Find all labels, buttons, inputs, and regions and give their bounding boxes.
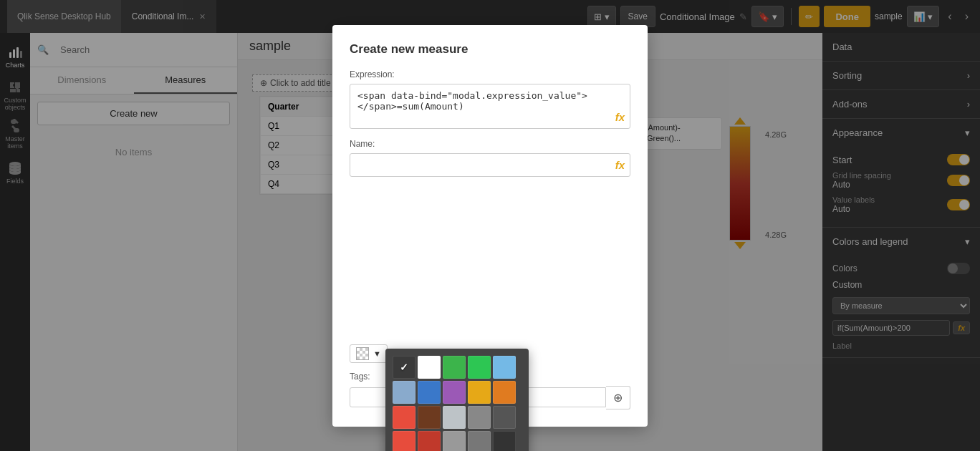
color-dropdown-arrow: ▼: [373, 349, 381, 358]
color-cell-verydark[interactable]: [493, 431, 516, 452]
color-picker-popup: # 🎨: [385, 349, 529, 452]
color-cell-white[interactable]: [418, 356, 441, 379]
color-cell-darkorange[interactable]: [493, 381, 516, 404]
color-cell-green2[interactable]: [468, 356, 491, 379]
color-cell-brown[interactable]: [418, 406, 441, 429]
color-cell-gray3[interactable]: [468, 431, 491, 452]
tags-add-button[interactable]: ⊕: [606, 386, 630, 409]
modal-fx-icon[interactable]: fx: [615, 111, 625, 123]
color-cell-green1[interactable]: [443, 356, 466, 379]
expression-input-row: <span data-bind="modal.expression_value"…: [350, 84, 630, 129]
color-swatch: [356, 347, 369, 360]
color-cell-darkred[interactable]: [418, 431, 441, 452]
color-cell-lightblue[interactable]: [493, 356, 516, 379]
color-cell-darkgray[interactable]: [493, 406, 516, 429]
name-label: Name:: [350, 139, 630, 149]
color-dropdown[interactable]: ▼: [350, 344, 388, 363]
name-input[interactable]: [350, 153, 630, 177]
color-cell-blue1[interactable]: [393, 381, 415, 404]
color-cell-dark[interactable]: [393, 356, 415, 379]
color-cell-orange[interactable]: [468, 381, 491, 404]
color-cell-gray[interactable]: [468, 406, 491, 429]
expression-label: Expression:: [350, 69, 630, 79]
name-fx-icon[interactable]: fx: [615, 159, 625, 171]
color-cell-purple[interactable]: [443, 381, 466, 404]
modal-title: Create new measure: [350, 42, 630, 57]
color-cell-red2[interactable]: [393, 431, 415, 452]
color-grid: [393, 356, 522, 452]
color-cell-blue2[interactable]: [418, 381, 441, 404]
color-cell-red[interactable]: [393, 406, 415, 429]
color-cell-lightgray[interactable]: [443, 406, 466, 429]
modal-overlay[interactable]: Create new measure Expression: <span dat…: [0, 0, 980, 451]
expression-textarea[interactable]: <span data-bind="modal.expression_value"…: [350, 84, 630, 129]
color-cell-gray2[interactable]: [443, 431, 466, 452]
create-measure-modal: Create new measure Expression: <span dat…: [332, 25, 648, 427]
